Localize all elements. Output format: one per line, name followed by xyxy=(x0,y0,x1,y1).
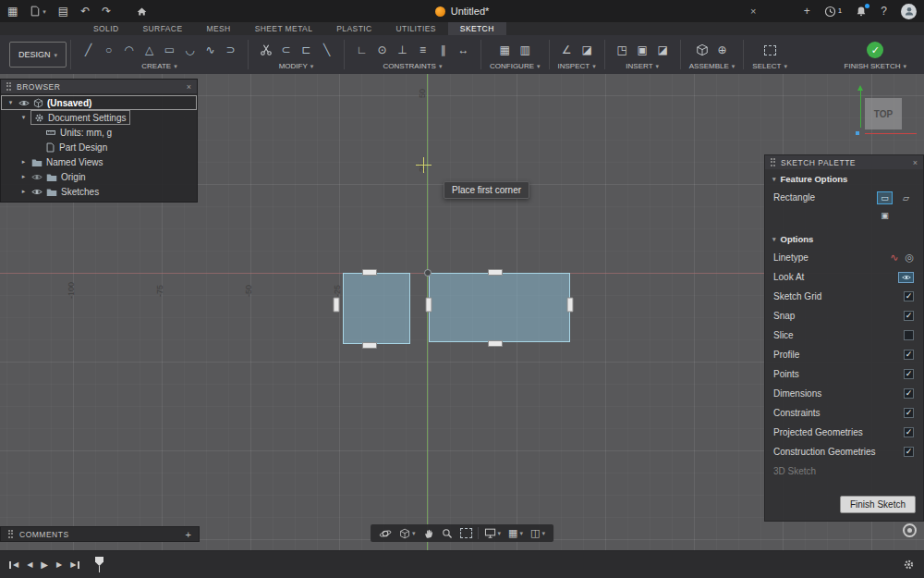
tab-utilities[interactable]: UTILITIES xyxy=(384,22,448,35)
timeline-position-marker[interactable] xyxy=(95,557,103,572)
panel-grip-icon[interactable] xyxy=(6,82,11,91)
dimension-tag[interactable] xyxy=(426,298,432,313)
insert-decal-icon[interactable]: ◪ xyxy=(654,42,672,59)
configure-table-icon[interactable]: ▦ xyxy=(496,42,514,59)
rectangle-center-icon[interactable]: ▣ xyxy=(877,209,893,222)
document-settings-box[interactable]: Document Settings xyxy=(31,111,129,124)
close-panel-icon[interactable]: × xyxy=(187,82,191,92)
comments-bar[interactable]: COMMENTS + xyxy=(0,526,200,542)
circle-tool-icon[interactable]: ○ xyxy=(100,42,117,59)
insert-canvas-icon[interactable]: ▣ xyxy=(634,42,651,59)
coincident-constraint-icon[interactable]: ⊙ xyxy=(373,42,391,59)
parallel-constraint-icon[interactable]: ∥ xyxy=(434,42,452,59)
browser-item-document-settings[interactable]: ▾ Document Settings xyxy=(1,110,197,125)
panel-grip-icon[interactable] xyxy=(771,158,775,166)
timeline-skip-start-button[interactable]: ◀ xyxy=(9,561,18,569)
slice-checkbox[interactable] xyxy=(904,330,914,340)
constraints-menu[interactable]: CONSTRAINTS ▾ xyxy=(383,62,443,70)
timeline-step-back-button[interactable]: ◀ xyxy=(27,561,32,569)
measure-tool-icon[interactable]: ∠ xyxy=(558,42,576,59)
add-comment-plus-icon[interactable]: + xyxy=(186,529,191,540)
expand-caret-icon[interactable]: ▸ xyxy=(19,158,28,166)
configure-variants-icon[interactable]: ▥ xyxy=(517,42,534,59)
display-settings-icon[interactable]: ▾ xyxy=(482,528,504,538)
equal-constraint-icon[interactable]: ≡ xyxy=(414,42,432,59)
extend-tool-icon[interactable]: ⊏ xyxy=(298,42,315,59)
sketch-rectangle-1[interactable] xyxy=(343,273,410,344)
grid-settings-icon[interactable]: ▦▾ xyxy=(506,527,525,539)
expand-caret-icon[interactable]: ▸ xyxy=(19,173,28,180)
inspect-menu[interactable]: INSPECT ▾ xyxy=(558,62,596,70)
timeline-play-button[interactable]: ▶ xyxy=(41,560,48,570)
dimension-tag[interactable] xyxy=(362,269,377,276)
orbit-icon[interactable] xyxy=(377,527,394,540)
spline-tool-icon[interactable]: ∿ xyxy=(201,42,219,59)
help-icon[interactable]: ? xyxy=(881,6,887,17)
new-component-icon[interactable] xyxy=(693,42,711,59)
browser-item-part-design[interactable]: Part Design xyxy=(1,140,197,154)
new-tab-plus-icon[interactable]: + xyxy=(804,6,810,17)
sketch-grid-checkbox[interactable]: ✓ xyxy=(904,291,914,301)
tab-surface[interactable]: SURFACE xyxy=(131,22,195,35)
tangent-constraint-icon[interactable]: ⊥ xyxy=(394,42,411,59)
offset-tool-icon[interactable]: ⊃ xyxy=(222,42,239,59)
rectangle-2point-icon[interactable]: ▭ xyxy=(877,191,893,204)
break-tool-icon[interactable]: ╲ xyxy=(318,42,335,59)
snap-checkbox[interactable]: ✓ xyxy=(904,311,914,321)
rectangle-3point-icon[interactable]: ▱ xyxy=(898,191,914,204)
arc-tool-icon[interactable]: ◠ xyxy=(120,42,138,59)
notifications-bell-icon[interactable] xyxy=(856,6,867,17)
dimension-tag[interactable] xyxy=(362,342,377,349)
select-tool-icon[interactable] xyxy=(761,42,779,59)
dimension-tag[interactable] xyxy=(567,298,574,313)
points-checkbox[interactable]: ✓ xyxy=(904,369,914,379)
pan-hand-icon[interactable] xyxy=(421,528,436,539)
close-tab-icon[interactable]: × xyxy=(750,0,756,22)
expand-caret-icon[interactable]: ▾ xyxy=(6,99,15,106)
close-panel-icon[interactable]: × xyxy=(913,158,918,167)
linetype-circle-icon[interactable]: ◎ xyxy=(905,252,914,264)
line-tool-icon[interactable]: ╱ xyxy=(79,42,97,59)
trim-scissors-icon[interactable] xyxy=(257,42,274,59)
viewport-canvas[interactable]: 50 25 -100 -75 -50 -25 Place first corne… xyxy=(0,74,924,550)
finish-sketch-check-icon[interactable]: ✓ xyxy=(867,42,883,58)
panel-grip-icon[interactable] xyxy=(8,530,13,538)
browser-item-units[interactable]: Units: mm, g xyxy=(1,125,197,140)
workspace-switcher-button[interactable]: DESIGN ▾ xyxy=(9,42,67,68)
visibility-eye-icon[interactable] xyxy=(31,188,43,196)
sketch-rectangle-2[interactable] xyxy=(429,273,570,342)
timeline-step-forward-button[interactable]: ▶ xyxy=(56,561,62,569)
modify-menu[interactable]: MODIFY ▾ xyxy=(279,62,314,70)
feature-options-section-header[interactable]: ▾ Feature Options xyxy=(765,169,923,188)
sketch-dimension-icon[interactable]: ↔ xyxy=(455,42,472,59)
polygon-tool-icon[interactable]: △ xyxy=(140,42,158,59)
viewcube[interactable]: TOP xyxy=(850,85,920,144)
steering-wheel-icon[interactable] xyxy=(903,523,917,537)
dimensions-checkbox[interactable]: ✓ xyxy=(904,388,914,399)
profile-checkbox[interactable]: ✓ xyxy=(904,350,914,360)
zoom-icon[interactable] xyxy=(440,528,455,539)
visibility-eye-icon[interactable] xyxy=(18,99,30,107)
tab-sketch[interactable]: SKETCH xyxy=(448,22,506,35)
options-section-header[interactable]: ▾ Options xyxy=(765,229,923,248)
tab-solid[interactable]: SOLID xyxy=(81,22,131,35)
constraints-checkbox[interactable]: ✓ xyxy=(904,408,914,418)
timeline-settings-gear-icon[interactable] xyxy=(903,559,915,571)
insert-derive-icon[interactable]: ◳ xyxy=(614,42,631,59)
dimension-tag[interactable] xyxy=(488,269,503,276)
browser-item-named-views[interactable]: ▸ Named Views xyxy=(1,154,197,169)
browser-item-root[interactable]: ▾ (Unsaved) xyxy=(1,95,197,110)
arc-3point-tool-icon[interactable]: ◡ xyxy=(181,42,199,59)
sketch-palette-header[interactable]: SKETCH PALETTE × xyxy=(765,155,923,169)
browser-item-sketches[interactable]: ▸ Sketches xyxy=(1,184,197,199)
sketch-origin-point[interactable] xyxy=(424,269,432,277)
tab-mesh[interactable]: MESH xyxy=(194,22,242,35)
construction-geometries-checkbox[interactable]: ✓ xyxy=(904,447,914,457)
projected-geometries-checkbox[interactable]: ✓ xyxy=(904,427,914,437)
dimension-tag[interactable] xyxy=(334,298,340,313)
select-menu[interactable]: SELECT ▾ xyxy=(752,62,787,70)
joint-tool-icon[interactable]: ⊕ xyxy=(713,42,731,59)
slot-tool-icon[interactable]: ▭ xyxy=(161,42,178,59)
tab-sheet-metal[interactable]: SHEET METAL xyxy=(243,22,325,35)
viewcube-top-face[interactable]: TOP xyxy=(865,98,902,129)
